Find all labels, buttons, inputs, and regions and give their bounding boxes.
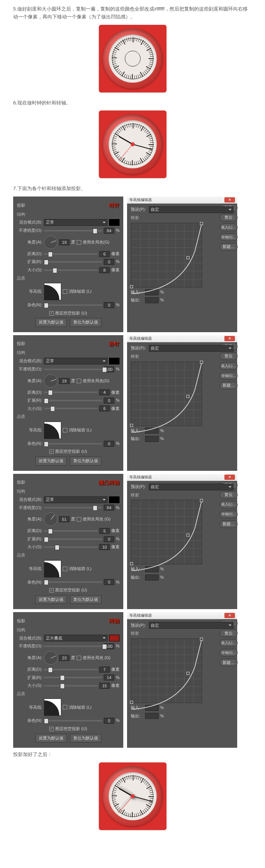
spread-value[interactable]: 0	[104, 259, 114, 265]
knockout-checkbox[interactable]	[49, 311, 54, 316]
opacity-value[interactable]: 84	[104, 505, 114, 511]
load-button[interactable]: 载入(L)…	[220, 224, 238, 231]
close-icon[interactable]: ✕	[224, 613, 235, 618]
contour-curve-grid[interactable]	[131, 223, 202, 287]
output-value[interactable]	[145, 575, 159, 581]
anti-alias-checkbox[interactable]	[63, 428, 67, 432]
noise-slider[interactable]	[44, 304, 102, 306]
spread-value[interactable]: 0	[104, 536, 114, 542]
reset-button[interactable]: 复位	[220, 491, 238, 499]
size-value[interactable]: 8	[99, 267, 110, 273]
noise-value[interactable]: 0	[104, 718, 114, 724]
new-button[interactable]: 新建…	[220, 243, 238, 251]
size-value[interactable]: 15	[99, 683, 110, 689]
save-button[interactable]: 存储(S)…	[220, 649, 238, 656]
size-slider[interactable]	[44, 685, 98, 687]
noise-slider[interactable]	[44, 581, 102, 583]
make-default-button[interactable]: 设置为默认值	[35, 318, 67, 327]
make-default-button[interactable]: 设置为默认值	[35, 457, 67, 466]
load-button[interactable]: 载入(L)…	[220, 362, 238, 370]
contour-thumb[interactable]	[44, 560, 61, 578]
preset-select[interactable]: 自定	[149, 622, 233, 629]
close-icon[interactable]: ✕	[224, 336, 235, 341]
blend-mode-select[interactable]: 正常	[44, 219, 108, 226]
angle-value[interactable]: 51	[59, 516, 70, 522]
size-value[interactable]: 6	[99, 405, 110, 411]
spread-slider[interactable]	[44, 261, 102, 263]
angle-dial[interactable]	[44, 374, 58, 388]
contour-thumb[interactable]	[44, 422, 61, 439]
blend-mode-select[interactable]: 正片叠底	[44, 635, 108, 641]
reset-button[interactable]: 复位	[220, 352, 238, 360]
reset-button[interactable]: 复位	[220, 214, 238, 221]
contour-curve-grid[interactable]	[131, 361, 202, 426]
output-value[interactable]	[145, 297, 159, 303]
noise-value[interactable]: 0	[104, 579, 114, 585]
spread-slider[interactable]	[44, 677, 102, 678]
preset-select[interactable]: 自定	[149, 345, 233, 352]
noise-slider[interactable]	[44, 720, 102, 721]
knockout-checkbox[interactable]	[49, 727, 54, 731]
knockout-checkbox[interactable]	[49, 449, 54, 454]
shadow-color-swatch[interactable]	[109, 496, 120, 503]
new-button[interactable]: 新建…	[220, 520, 238, 528]
preset-select[interactable]: 自定	[149, 484, 233, 490]
size-value[interactable]: 10	[99, 544, 110, 550]
shadow-color-swatch[interactable]	[109, 635, 120, 641]
contour-curve-grid[interactable]	[131, 500, 202, 564]
anti-alias-checkbox[interactable]	[63, 705, 67, 709]
load-button[interactable]: 载入(L)…	[220, 639, 238, 647]
contour-thumb[interactable]	[44, 283, 61, 300]
shadow-color-swatch[interactable]	[109, 219, 120, 226]
reset-default-button[interactable]: 复位为默认值	[70, 318, 101, 327]
blend-mode-select[interactable]: 正常	[44, 358, 108, 364]
make-default-button[interactable]: 设置为默认值	[35, 595, 67, 604]
global-light-checkbox[interactable]	[77, 240, 81, 245]
distance-slider[interactable]	[44, 669, 98, 670]
output-value[interactable]	[145, 436, 159, 442]
spread-slider[interactable]	[44, 400, 102, 401]
spread-value[interactable]: 0	[104, 398, 114, 404]
contour-curve-grid[interactable]	[131, 638, 202, 703]
reset-default-button[interactable]: 复位为默认值	[70, 595, 101, 604]
close-icon[interactable]: ✕	[224, 475, 235, 480]
output-value[interactable]	[145, 713, 159, 719]
reset-default-button[interactable]: 复位为默认值	[70, 734, 101, 743]
shadow-color-swatch[interactable]	[109, 358, 120, 364]
angle-value[interactable]: 19	[59, 239, 70, 245]
size-slider[interactable]	[44, 408, 98, 409]
noise-value[interactable]: 0	[104, 302, 114, 308]
noise-value[interactable]: 0	[104, 441, 114, 447]
angle-dial[interactable]	[44, 236, 58, 249]
distance-value[interactable]: 5	[99, 528, 110, 534]
angle-dial[interactable]	[44, 651, 58, 665]
distance-slider[interactable]	[44, 530, 98, 532]
contour-thumb[interactable]	[44, 699, 61, 716]
opacity-slider[interactable]	[44, 369, 102, 370]
opacity-value[interactable]: 84	[104, 228, 114, 234]
load-button[interactable]: 载入(L)…	[220, 501, 238, 508]
save-button[interactable]: 存储(S)…	[220, 233, 238, 241]
reset-button[interactable]: 复位	[220, 629, 238, 637]
angle-dial[interactable]	[44, 513, 58, 526]
preset-select[interactable]: 自定	[149, 206, 233, 213]
size-slider[interactable]	[44, 269, 98, 271]
opacity-slider[interactable]	[44, 507, 102, 508]
blend-mode-select[interactable]: 正常	[44, 496, 108, 503]
save-button[interactable]: 存储(S)…	[220, 511, 238, 518]
close-icon[interactable]: ✕	[224, 197, 235, 203]
distance-value[interactable]: 4	[99, 389, 110, 395]
angle-value[interactable]: 23	[59, 655, 70, 661]
opacity-slider[interactable]	[44, 646, 102, 647]
global-light-checkbox[interactable]	[77, 517, 81, 522]
reset-default-button[interactable]: 复位为默认值	[70, 457, 101, 466]
anti-alias-checkbox[interactable]	[63, 567, 67, 571]
spread-slider[interactable]	[44, 538, 102, 540]
new-button[interactable]: 新建…	[220, 382, 238, 389]
distance-value[interactable]: 7	[99, 667, 110, 673]
new-button[interactable]: 新建…	[220, 659, 238, 666]
spread-value[interactable]: 14	[104, 674, 114, 680]
save-button[interactable]: 存储(S)…	[220, 372, 238, 380]
size-slider[interactable]	[44, 546, 98, 548]
make-default-button[interactable]: 设置为默认值	[35, 734, 67, 743]
